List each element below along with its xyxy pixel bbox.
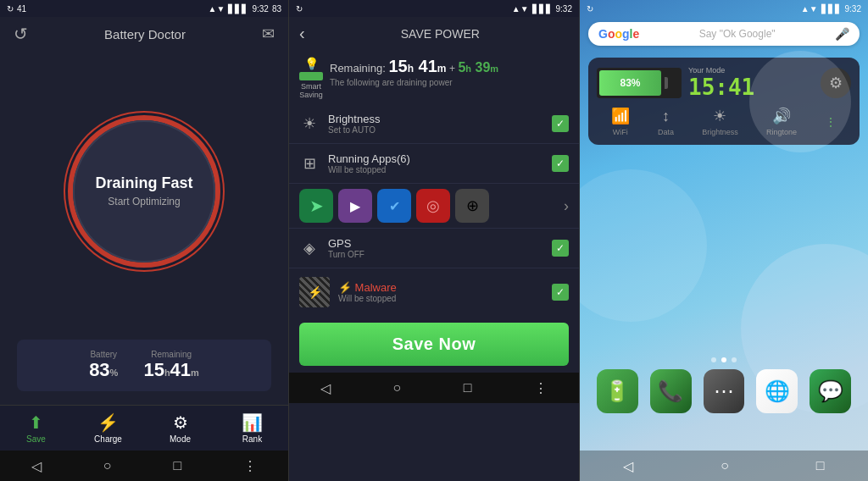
status-wifi-p2: ▲▼: [512, 4, 529, 14]
gps-check[interactable]: ✓: [552, 240, 569, 257]
status-bar-p1: ↻ 41 ▲▼ ▋▋▋ 9:32 83: [0, 0, 288, 17]
widget-brightness[interactable]: ☀ Brightness: [702, 107, 738, 136]
battery-circle[interactable]: Draining Fast Start Optimizing: [68, 115, 220, 268]
back-btn-p2[interactable]: ◁: [320, 380, 331, 396]
nav-mode-label: Mode: [170, 434, 191, 444]
running-apps-check[interactable]: ✓: [552, 155, 569, 172]
malware-check[interactable]: ✓: [552, 284, 569, 301]
status-bar-p3: ↻ ▲▼ ▋▋▋ 9:32: [580, 0, 868, 17]
brightness-title: Brightness: [328, 113, 543, 125]
nav-rank[interactable]: 📊 Rank: [216, 406, 288, 451]
nav-mode[interactable]: ⚙ Mode: [144, 406, 216, 451]
bulb-icon: 💡: [304, 57, 319, 70]
home-btn-p3[interactable]: ○: [721, 458, 729, 473]
smart-saving-label: SmartSaving: [299, 82, 323, 99]
panel1-title: Battery Doctor: [28, 27, 262, 41]
recents-btn-p3[interactable]: □: [816, 458, 825, 473]
draining-text: Draining Fast: [95, 174, 192, 192]
home-btn-p2[interactable]: ○: [392, 380, 401, 395]
power-item-gps: ◈ GPS Turn OFF ✓: [289, 229, 579, 268]
malware-title: ⚡ Malware: [338, 281, 543, 294]
brightness-check[interactable]: ✓: [552, 115, 569, 132]
dock-messages[interactable]: 💬: [810, 369, 851, 413]
status-time-p1: 9:32: [252, 4, 268, 14]
gps-icon: ◈: [299, 239, 320, 257]
app-icon-3[interactable]: ✔: [377, 189, 411, 223]
dot-2: [721, 357, 726, 362]
google-search-bar[interactable]: Google Say "Ok Google" 🎤: [588, 22, 860, 46]
smart-saving-icon: 💡 SmartSaving: [299, 57, 323, 99]
brightness-sub: Set to AUTO: [328, 125, 543, 135]
remaining-info: Remaining: 15h 41m + 5h 39m The followin…: [330, 57, 569, 87]
system-nav-p2: ◁ ○ □ ⋮: [289, 373, 579, 403]
draining-sub: The following are draining power: [330, 78, 569, 87]
battery-pct-widget: 83%: [620, 77, 640, 89]
google-search-hint: Say "Ok Google": [646, 28, 828, 40]
power-item-malware: ⚡ ⚡ Malware Will be stopped ✓: [289, 268, 579, 316]
recents-btn-p1[interactable]: □: [174, 458, 182, 473]
back-button-p2[interactable]: ‹: [299, 24, 305, 43]
battery-circle-area: Draining Fast Start Optimizing: [0, 42, 288, 340]
remaining-value: 15h41m: [143, 359, 198, 381]
nav-charge-label: Charge: [94, 434, 122, 444]
brightness-widget-label: Brightness: [702, 128, 738, 136]
dock-app-drawer[interactable]: ⋯: [704, 369, 745, 413]
widget-wifi[interactable]: 📶 WiFi: [611, 107, 630, 136]
gps-title: GPS: [328, 237, 543, 250]
back-btn-p1[interactable]: ◁: [31, 458, 42, 474]
recents-btn-p2[interactable]: □: [464, 380, 472, 395]
plus-time: 5h 39m: [458, 60, 498, 75]
menu-btn-p1[interactable]: ⋮: [243, 458, 257, 474]
dot-3: [732, 357, 737, 362]
data-icon: ↕: [662, 108, 670, 125]
app-icon-4[interactable]: ◎: [416, 189, 450, 223]
power-item-brightness: ☀ Brightness Set to AUTO ✓: [289, 104, 579, 144]
nav-save[interactable]: ⬆ Save: [0, 406, 72, 451]
running-apps-sub: Will be stopped: [328, 165, 543, 174]
gps-sub: Turn OFF: [328, 250, 543, 259]
wifi-icon: 📶: [611, 107, 630, 125]
apps-chevron-icon[interactable]: ›: [564, 197, 569, 215]
dot-1: [711, 357, 716, 362]
power-item-running-apps: ⊞ Running Apps(6) Will be stopped ✓: [289, 144, 579, 184]
home-btn-p1[interactable]: ○: [103, 458, 112, 473]
dock-phone[interactable]: 📞: [650, 369, 692, 413]
dock-area: 🔋 📞 ⋯ 🌐 💬: [580, 369, 868, 413]
panel-home-screen: ↻ ▲▼ ▋▋▋ 9:32 Google Say "Ok Google" 🎤 8…: [580, 0, 868, 481]
page-indicator: [711, 357, 737, 362]
panel2-header: ‹ SAVE POWER: [289, 17, 579, 50]
remaining-label: Remaining: [143, 350, 198, 359]
header-mail-icon[interactable]: ✉: [262, 25, 275, 43]
nav-charge[interactable]: ⚡ Charge: [72, 406, 144, 451]
dock-chrome[interactable]: 🌐: [756, 369, 798, 413]
nav-save-label: Save: [26, 434, 46, 444]
stat-battery: Battery 83%: [89, 350, 118, 381]
status-time-p3: 9:32: [845, 4, 861, 14]
app-icon-5[interactable]: ⊕: [455, 189, 489, 223]
panel-save-power: ↻ ▲▼ ▋▋▋ 9:32 ‹ SAVE POWER 💡 SmartSaving…: [288, 0, 580, 481]
save-now-button[interactable]: Save Now: [299, 323, 569, 366]
save-nav-icon: ⬆: [29, 412, 43, 433]
microphone-icon[interactable]: 🎤: [835, 27, 849, 41]
status-signal-p3: ▋▋▋: [821, 4, 842, 14]
apps-row: ➤ ▶ ✔ ◎ ⊕ ›: [289, 184, 579, 229]
back-btn-p3[interactable]: ◁: [623, 458, 633, 474]
bottom-nav: ⬆ Save ⚡ Charge ⚙ Mode 📊 Rank: [0, 405, 288, 451]
remaining-hours: 15h 41m: [388, 57, 446, 75]
menu-btn-p2[interactable]: ⋮: [534, 380, 548, 396]
app-icon-2[interactable]: ▶: [338, 189, 372, 223]
battery-value: 83%: [89, 359, 118, 381]
battery-fill: 83%: [599, 70, 661, 96]
brightness-icon: ☀: [299, 114, 320, 133]
google-logo: Google: [598, 27, 639, 41]
smart-saving-area: 💡 SmartSaving Remaining: 15h 41m + 5h 39…: [289, 50, 579, 104]
header-icon: ↺: [14, 24, 28, 44]
system-nav-p1: ◁ ○ □ ⋮: [0, 451, 288, 481]
running-apps-title: Running Apps(6): [328, 152, 543, 165]
system-nav-p3: ◁ ○ □: [580, 451, 868, 481]
status-batt-p1: 83: [272, 4, 281, 14]
app-icon-1[interactable]: ➤: [299, 189, 333, 223]
dock-battery-doctor[interactable]: 🔋: [597, 369, 638, 413]
wifi-label: WiFi: [613, 128, 628, 136]
widget-data[interactable]: ↕ Data: [658, 108, 674, 136]
